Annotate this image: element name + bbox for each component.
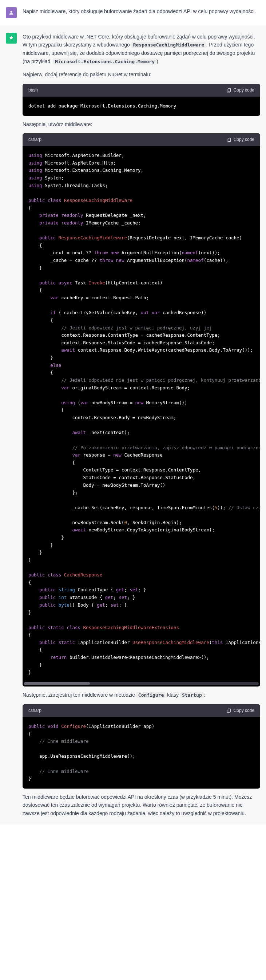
copy-code-button[interactable]: Copy code [226,87,254,94]
code-lang-label: csharp [28,136,42,143]
user-avatar [6,7,17,18]
code-body[interactable]: public void Configure(IApplicationBuilde… [22,717,260,789]
user-icon [8,10,14,16]
code-lang-label: bash [28,87,38,94]
code-header: csharp Copy code [22,704,260,717]
code-header: bash Copy code [22,84,260,97]
code-block-csharp-config: csharp Copy code public void Configure(I… [22,704,260,789]
code-body[interactable]: using Microsoft.AspNetCore.Builder; usin… [22,146,260,682]
paragraph: Następnie, utwórz middleware: [22,120,260,128]
inline-code: ResponseCachingMiddleware [131,42,206,48]
code-block-csharp-main: csharp Copy code using Microsoft.AspNetC… [22,133,260,687]
clipboard-icon [226,88,231,92]
clipboard-icon [226,137,231,142]
svg-rect-0 [228,89,230,92]
code-block-bash: bash Copy code dotnet add package Micros… [22,84,260,116]
code-header: csharp Copy code [22,133,260,146]
copy-code-button[interactable]: Copy code [226,707,254,714]
svg-rect-2 [228,709,230,712]
user-prompt: Napisz middleware, który obsługuje bufor… [22,7,260,15]
ai-icon [8,35,14,41]
horizontal-scrollbar[interactable] [24,682,259,685]
assistant-avatar [6,33,17,44]
inline-code: Startup [180,692,204,698]
clipboard-icon [226,708,231,713]
paragraph: Następnie, zarejestruj ten middleware w … [22,691,260,699]
svg-rect-1 [228,138,230,141]
code-lang-label: csharp [28,707,42,714]
assistant-content: Oto przykład middleware w .NET Core, któ… [22,33,260,817]
inline-code: Microsoft.Extensions.Caching.Memory [53,59,157,65]
code-body[interactable]: dotnet add package Microsoft.Extensions.… [22,97,260,116]
intro-paragraph: Oto przykład middleware w .NET Core, któ… [22,33,260,65]
copy-code-button[interactable]: Copy code [226,136,254,143]
assistant-message: Oto przykład middleware w .NET Core, któ… [0,25,266,824]
paragraph: Ten middleware będzie buforować odpowied… [22,793,260,817]
inline-code: Configure [136,692,165,698]
user-message: Napisz middleware, który obsługuje bufor… [0,0,266,25]
user-content: Napisz middleware, który obsługuje bufor… [22,7,260,18]
paragraph: Najpierw, dodaj referencję do pakietu Nu… [22,70,260,78]
